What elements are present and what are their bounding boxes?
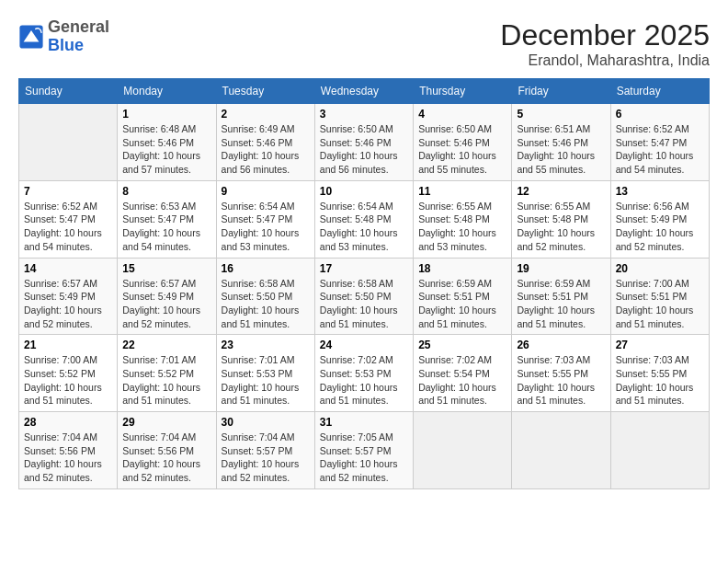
day-number: 13 (616, 185, 704, 198)
day-number: 6 (616, 108, 704, 121)
calendar-week-4: 21Sunrise: 7:00 AM Sunset: 5:52 PM Dayli… (19, 335, 710, 412)
day-number: 18 (418, 262, 506, 275)
day-info: Sunrise: 7:00 AM Sunset: 5:51 PM Dayligh… (616, 277, 704, 331)
day-info: Sunrise: 6:51 AM Sunset: 5:46 PM Dayligh… (517, 122, 605, 177)
day-info: Sunrise: 7:03 AM Sunset: 5:55 PM Dayligh… (517, 353, 605, 408)
day-number: 17 (320, 262, 408, 275)
day-number: 20 (616, 262, 704, 275)
day-info: Sunrise: 6:54 AM Sunset: 5:47 PM Dayligh… (222, 200, 310, 254)
weekday-tuesday: Tuesday (216, 79, 314, 104)
calendar-cell: 30Sunrise: 7:04 AM Sunset: 5:57 PM Dayli… (216, 412, 314, 489)
calendar-cell: 28Sunrise: 7:04 AM Sunset: 5:56 PM Dayli… (19, 412, 118, 489)
day-number: 7 (24, 185, 112, 198)
weekday-header-row: SundayMondayTuesdayWednesdayThursdayFrid… (19, 79, 710, 104)
logo-general: General (48, 18, 109, 37)
title-block: December 2025 Erandol, Maharashtra, Indi… (500, 18, 710, 69)
day-info: Sunrise: 7:04 AM Sunset: 5:56 PM Dayligh… (24, 431, 112, 485)
calendar-table: SundayMondayTuesdayWednesdayThursdayFrid… (18, 78, 710, 489)
day-info: Sunrise: 6:58 AM Sunset: 5:50 PM Dayligh… (320, 277, 408, 331)
calendar-header: SundayMondayTuesdayWednesdayThursdayFrid… (19, 79, 710, 104)
day-number: 28 (24, 416, 112, 429)
day-info: Sunrise: 6:48 AM Sunset: 5:46 PM Dayligh… (122, 122, 210, 177)
weekday-friday: Friday (512, 79, 610, 104)
calendar-cell: 6Sunrise: 6:52 AM Sunset: 5:47 PM Daylig… (610, 104, 709, 181)
month-year: December 2025 (500, 18, 710, 52)
calendar-cell (610, 412, 709, 489)
logo-text: General Blue (48, 18, 109, 55)
day-number: 30 (222, 416, 310, 429)
day-number: 22 (122, 339, 210, 351)
day-info: Sunrise: 6:54 AM Sunset: 5:48 PM Dayligh… (320, 200, 408, 254)
calendar-week-3: 14Sunrise: 6:57 AM Sunset: 5:49 PM Dayli… (19, 258, 710, 335)
calendar-cell: 20Sunrise: 7:00 AM Sunset: 5:51 PM Dayli… (610, 258, 709, 335)
calendar-cell: 21Sunrise: 7:00 AM Sunset: 5:52 PM Dayli… (19, 335, 118, 412)
day-info: Sunrise: 6:59 AM Sunset: 5:51 PM Dayligh… (517, 277, 605, 331)
logo: General Blue (18, 18, 109, 55)
day-number: 10 (320, 185, 408, 198)
day-info: Sunrise: 6:50 AM Sunset: 5:46 PM Dayligh… (320, 122, 408, 177)
calendar-cell: 12Sunrise: 6:55 AM Sunset: 5:48 PM Dayli… (512, 180, 610, 258)
day-info: Sunrise: 6:53 AM Sunset: 5:47 PM Dayligh… (122, 200, 210, 254)
calendar-cell: 10Sunrise: 6:54 AM Sunset: 5:48 PM Dayli… (314, 180, 413, 258)
day-number: 23 (222, 339, 310, 351)
calendar-cell: 26Sunrise: 7:03 AM Sunset: 5:55 PM Dayli… (512, 335, 610, 412)
calendar-cell: 5Sunrise: 6:51 AM Sunset: 5:46 PM Daylig… (512, 104, 610, 181)
calendar-week-2: 7Sunrise: 6:52 AM Sunset: 5:47 PM Daylig… (19, 180, 710, 258)
day-number: 19 (517, 262, 605, 275)
day-number: 29 (122, 416, 210, 429)
weekday-monday: Monday (118, 79, 216, 104)
day-info: Sunrise: 7:04 AM Sunset: 5:56 PM Dayligh… (122, 431, 210, 485)
day-info: Sunrise: 7:05 AM Sunset: 5:57 PM Dayligh… (320, 431, 408, 485)
calendar-cell: 27Sunrise: 7:03 AM Sunset: 5:55 PM Dayli… (610, 335, 709, 412)
calendar-cell: 17Sunrise: 6:58 AM Sunset: 5:50 PM Dayli… (314, 258, 413, 335)
calendar-cell: 23Sunrise: 7:01 AM Sunset: 5:53 PM Dayli… (216, 335, 314, 412)
calendar-cell: 14Sunrise: 6:57 AM Sunset: 5:49 PM Dayli… (19, 258, 118, 335)
calendar-cell: 4Sunrise: 6:50 AM Sunset: 5:46 PM Daylig… (414, 104, 512, 181)
weekday-wednesday: Wednesday (314, 79, 413, 104)
day-number: 21 (24, 339, 112, 351)
day-number: 1 (122, 108, 210, 121)
day-info: Sunrise: 6:49 AM Sunset: 5:46 PM Dayligh… (222, 122, 310, 177)
day-number: 2 (222, 108, 310, 121)
day-info: Sunrise: 6:50 AM Sunset: 5:46 PM Dayligh… (418, 122, 506, 177)
day-info: Sunrise: 6:57 AM Sunset: 5:49 PM Dayligh… (122, 277, 210, 331)
day-number: 16 (222, 262, 310, 275)
day-number: 9 (222, 185, 310, 198)
calendar-cell: 24Sunrise: 7:02 AM Sunset: 5:53 PM Dayli… (314, 335, 413, 412)
calendar-cell (512, 412, 610, 489)
calendar-cell: 15Sunrise: 6:57 AM Sunset: 5:49 PM Dayli… (118, 258, 216, 335)
weekday-thursday: Thursday (414, 79, 512, 104)
calendar-cell: 8Sunrise: 6:53 AM Sunset: 5:47 PM Daylig… (118, 180, 216, 258)
calendar-cell: 16Sunrise: 6:58 AM Sunset: 5:50 PM Dayli… (216, 258, 314, 335)
day-number: 5 (517, 108, 605, 121)
calendar-cell: 2Sunrise: 6:49 AM Sunset: 5:46 PM Daylig… (216, 104, 314, 181)
day-info: Sunrise: 7:03 AM Sunset: 5:55 PM Dayligh… (616, 353, 704, 408)
day-number: 26 (517, 339, 605, 351)
day-info: Sunrise: 6:55 AM Sunset: 5:48 PM Dayligh… (517, 200, 605, 254)
day-number: 27 (616, 339, 704, 351)
day-info: Sunrise: 7:01 AM Sunset: 5:53 PM Dayligh… (222, 353, 310, 408)
day-number: 3 (320, 108, 408, 121)
day-number: 15 (122, 262, 210, 275)
calendar-week-5: 28Sunrise: 7:04 AM Sunset: 5:56 PM Dayli… (19, 412, 710, 489)
calendar-cell: 19Sunrise: 6:59 AM Sunset: 5:51 PM Dayli… (512, 258, 610, 335)
calendar-cell (19, 104, 118, 181)
calendar-cell: 13Sunrise: 6:56 AM Sunset: 5:49 PM Dayli… (610, 180, 709, 258)
day-number: 24 (320, 339, 408, 351)
calendar-cell: 9Sunrise: 6:54 AM Sunset: 5:47 PM Daylig… (216, 180, 314, 258)
day-number: 4 (418, 108, 506, 121)
weekday-sunday: Sunday (19, 79, 118, 104)
day-info: Sunrise: 7:00 AM Sunset: 5:52 PM Dayligh… (24, 353, 112, 408)
calendar-cell: 1Sunrise: 6:48 AM Sunset: 5:46 PM Daylig… (118, 104, 216, 181)
location: Erandol, Maharashtra, India (500, 52, 710, 69)
day-number: 12 (517, 185, 605, 198)
calendar-cell: 18Sunrise: 6:59 AM Sunset: 5:51 PM Dayli… (414, 258, 512, 335)
logo-blue: Blue (48, 37, 109, 55)
calendar-cell: 3Sunrise: 6:50 AM Sunset: 5:46 PM Daylig… (314, 104, 413, 181)
calendar-cell: 22Sunrise: 7:01 AM Sunset: 5:52 PM Dayli… (118, 335, 216, 412)
calendar-cell (414, 412, 512, 489)
calendar-cell: 31Sunrise: 7:05 AM Sunset: 5:57 PM Dayli… (314, 412, 413, 489)
day-number: 14 (24, 262, 112, 275)
day-info: Sunrise: 6:52 AM Sunset: 5:47 PM Dayligh… (616, 122, 704, 177)
page-header: General Blue December 2025 Erandol, Maha… (18, 18, 710, 69)
